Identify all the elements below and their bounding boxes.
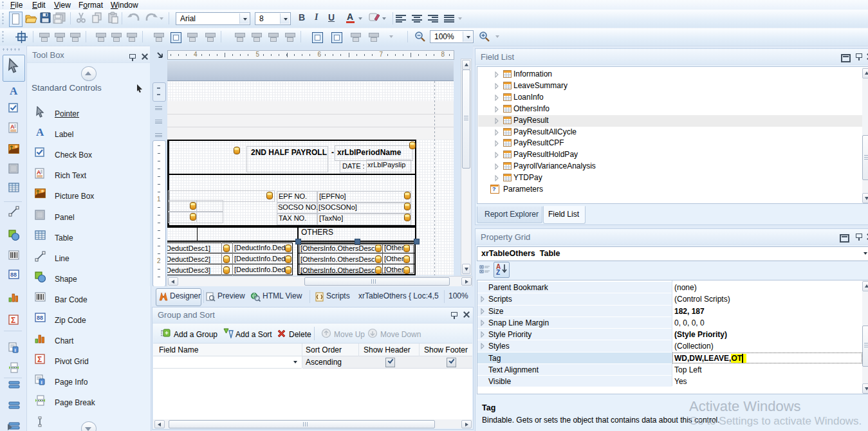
svg-text:Σ: Σ xyxy=(37,355,42,364)
svg-text:A: A xyxy=(37,169,41,176)
svg-text:Σ: Σ xyxy=(11,316,15,325)
svg-text:i: i xyxy=(41,380,42,385)
svg-text:i: i xyxy=(15,347,16,353)
svg-text:88: 88 xyxy=(37,315,43,321)
svg-text:A: A xyxy=(36,127,44,138)
svg-text:88: 88 xyxy=(10,271,17,278)
svg-text:A: A xyxy=(10,86,18,96)
svg-text:A: A xyxy=(10,124,15,130)
